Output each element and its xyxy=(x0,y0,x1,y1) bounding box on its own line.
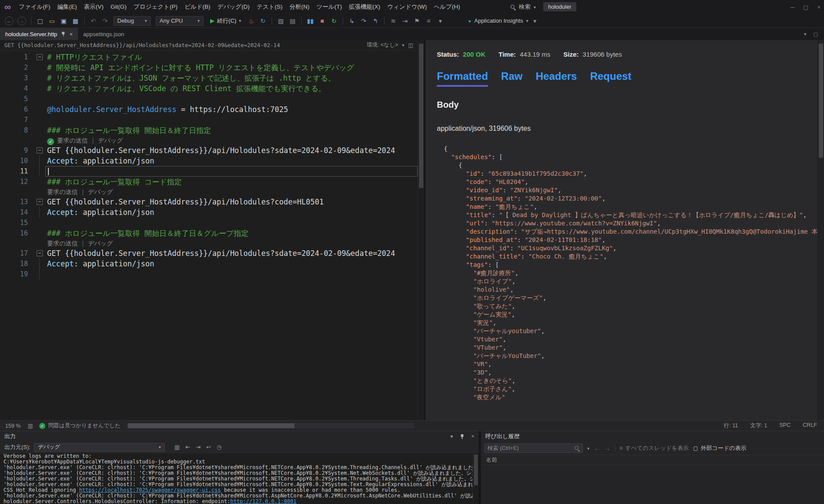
menu-item-b[interactable]: ビルド(B) xyxy=(181,0,214,14)
save-icon[interactable]: ▣ xyxy=(58,16,69,26)
menu-item-t[interactable]: ツール(T) xyxy=(313,0,345,14)
editor-horizontal-scrollbar[interactable] xyxy=(127,423,414,429)
toolbar-overflow-icon[interactable]: ▾ xyxy=(435,16,446,26)
scrollbar-thumb[interactable] xyxy=(128,423,294,428)
menu-item-p[interactable]: プロジェクト(P) xyxy=(130,0,181,14)
open-folder-icon[interactable]: ▭ xyxy=(47,16,57,26)
line-content[interactable]: GET {{holoduler.Server_HostAddress}}/api… xyxy=(45,145,418,156)
fold-collapse-icon[interactable]: − xyxy=(37,54,43,60)
nav-forward-icon[interactable]: → xyxy=(17,17,26,25)
response-tab-raw[interactable]: Raw xyxy=(501,70,522,87)
next-frame-icon[interactable]: → xyxy=(604,445,610,452)
codelens-content[interactable]: 要求の送信 | デバッグ xyxy=(45,187,418,197)
whitespace-mode-indicator[interactable]: SPC xyxy=(780,422,791,429)
application-insights-dropdown[interactable]: ●Application Insights▾ xyxy=(468,17,528,24)
response-tab-request[interactable]: Request xyxy=(590,70,631,87)
restart-application-icon[interactable]: ↻ xyxy=(258,16,268,26)
codelens-content[interactable]: ✓要求の送信 | デバッグ xyxy=(45,136,418,145)
bookmark-list-icon[interactable]: ≡ xyxy=(423,16,434,26)
solution-name-badge[interactable]: holoduler xyxy=(543,2,576,11)
find-message-icon[interactable]: ▥ xyxy=(174,444,180,450)
line-content[interactable]: Accept: application/json xyxy=(45,156,418,166)
redo-icon[interactable]: ↷ xyxy=(100,16,110,26)
stop-debugging-icon[interactable]: ■ xyxy=(317,16,327,26)
response-tab-headers[interactable]: Headers xyxy=(536,70,577,87)
expand-all-icon[interactable]: ⇥ xyxy=(196,444,201,450)
menu-item-h[interactable]: ヘルプ(H) xyxy=(430,0,463,14)
cursor-column-indicator[interactable]: 文字: 1 xyxy=(750,422,767,429)
float-window-icon[interactable]: ▢ xyxy=(814,31,818,37)
send-request-link[interactable]: 要求の送信 xyxy=(47,240,78,247)
menu-item-d[interactable]: デバッグ(D) xyxy=(214,0,253,14)
previous-frame-icon[interactable]: ← xyxy=(594,445,600,452)
debug-request-link[interactable]: デバッグ xyxy=(88,188,113,195)
callstack-name-column-header[interactable]: 名前 xyxy=(481,455,824,465)
minimize-button[interactable]: ─ xyxy=(790,4,794,10)
word-wrap-icon[interactable]: ↩ xyxy=(206,444,211,450)
response-tab-formatted[interactable]: Formatted xyxy=(437,70,488,87)
menu-item-w[interactable]: ウィンドウ(W) xyxy=(384,0,430,14)
fold-collapse-icon[interactable]: − xyxy=(37,250,43,256)
menu-item-s[interactable]: テスト(S) xyxy=(253,0,286,14)
line-ending-indicator[interactable]: CRLF xyxy=(803,422,817,429)
menu-item-n[interactable]: 分析(N) xyxy=(286,0,313,14)
codelens-content[interactable]: 要求の送信 | デバッグ xyxy=(45,238,418,248)
send-request-link[interactable]: 要求の送信 xyxy=(47,188,78,195)
search-options-chevron-icon[interactable]: ▾ xyxy=(587,446,589,451)
show-external-code-button[interactable]: ▢ 外部コードの表示 xyxy=(693,444,746,452)
break-all-icon[interactable]: ▮▮ xyxy=(305,16,316,26)
hot-reload-icon[interactable]: ♨ xyxy=(246,16,256,26)
line-content[interactable]: # リクエストファイルは、VSCode の REST Client 拡張機能でも… xyxy=(45,83,418,94)
watch-window-icon[interactable]: ▤ xyxy=(287,16,298,26)
scrollbar-thumb[interactable] xyxy=(419,44,423,188)
close-button[interactable]: × xyxy=(817,4,821,10)
indent-icon[interactable]: ⇥ xyxy=(400,16,410,26)
callstack-search-box[interactable] xyxy=(484,443,583,453)
document-health-indicator[interactable]: ✓ 問題は見つかりませんでした xyxy=(39,422,120,429)
editor-vertical-scrollbar[interactable] xyxy=(418,40,424,420)
menu-item-gitg[interactable]: Git(G) xyxy=(107,0,130,14)
log-url-link[interactable]: http://127.0.0.1:8001 xyxy=(230,499,296,504)
step-into-icon[interactable]: ↳ xyxy=(347,16,357,26)
line-content[interactable]: @holoduler.Server_HostAddress = https://… xyxy=(45,104,418,115)
environment-selector[interactable]: 環境: <なし> xyxy=(367,41,398,49)
close-icon[interactable]: × xyxy=(471,433,474,439)
bookmark-icon[interactable]: ⚑ xyxy=(412,16,422,26)
cursor-line-indicator[interactable]: 行: 11 xyxy=(724,422,738,429)
output-scrollbar[interactable] xyxy=(473,453,479,504)
line-content[interactable] xyxy=(45,166,418,177)
new-file-icon[interactable]: ▢ xyxy=(35,16,45,26)
line-content[interactable]: Accept: application/json xyxy=(45,207,418,218)
menu-item-v[interactable]: 表示(V) xyxy=(81,0,107,14)
line-content[interactable] xyxy=(45,94,418,104)
preview-changes-icon[interactable]: ▥ xyxy=(27,422,33,429)
line-content[interactable]: # 開発時に API エンドポイントに対する HTTP リクエストを定義し、テス… xyxy=(45,62,418,73)
debug-request-link[interactable]: デバッグ xyxy=(98,137,123,144)
diagnostics-icon[interactable]: ▧ xyxy=(276,16,286,26)
chevron-down-icon[interactable]: ▾ xyxy=(450,433,453,439)
line-content[interactable] xyxy=(45,269,418,279)
close-icon[interactable]: × xyxy=(69,31,73,37)
pin-icon[interactable] xyxy=(61,31,65,37)
line-content[interactable]: # リクエストファイルは、JSON フォーマットで記述し、拡張子は .http … xyxy=(45,73,418,83)
response-scrollbar[interactable] xyxy=(817,40,824,420)
continue-button[interactable]: ▶続行(C)▾ xyxy=(210,17,241,25)
save-all-icon[interactable]: ▦ xyxy=(70,16,81,26)
line-content[interactable]: Accept: application/json xyxy=(45,259,418,269)
line-content[interactable]: ### ホロジュール一覧取得 開始日＆終了日＆グループ指定 xyxy=(45,228,418,238)
collapse-all-icon[interactable]: ⇤ xyxy=(185,444,190,450)
solution-platform-dropdown[interactable]: Any CPU▾ xyxy=(156,16,204,26)
menu-item-x[interactable]: 拡張機能(X) xyxy=(345,0,384,14)
undo-icon[interactable]: ↶ xyxy=(88,16,99,26)
fold-collapse-icon[interactable]: − xyxy=(37,147,43,153)
step-out-icon[interactable]: ↰ xyxy=(370,16,381,26)
line-content[interactable]: GET {{holoduler.Server_HostAddress}}/api… xyxy=(45,248,418,259)
restart-debugging-icon[interactable]: ↻ xyxy=(329,16,339,26)
line-content[interactable]: ### ホロジュール一覧取得 コード指定 xyxy=(45,177,418,187)
line-content[interactable]: # HTTPリクエストファイル xyxy=(45,52,418,62)
step-over-icon[interactable]: ↷ xyxy=(358,16,369,26)
debug-request-link[interactable]: デバッグ xyxy=(88,240,113,247)
tab-holoduler-server-http[interactable]: holoduler.Server.http × xyxy=(0,28,78,40)
code-editor[interactable]: 1−# HTTPリクエストファイル2# 開発時に API エンドポイントに対する… xyxy=(0,51,418,420)
timestamp-icon[interactable]: ◷ xyxy=(217,444,221,450)
